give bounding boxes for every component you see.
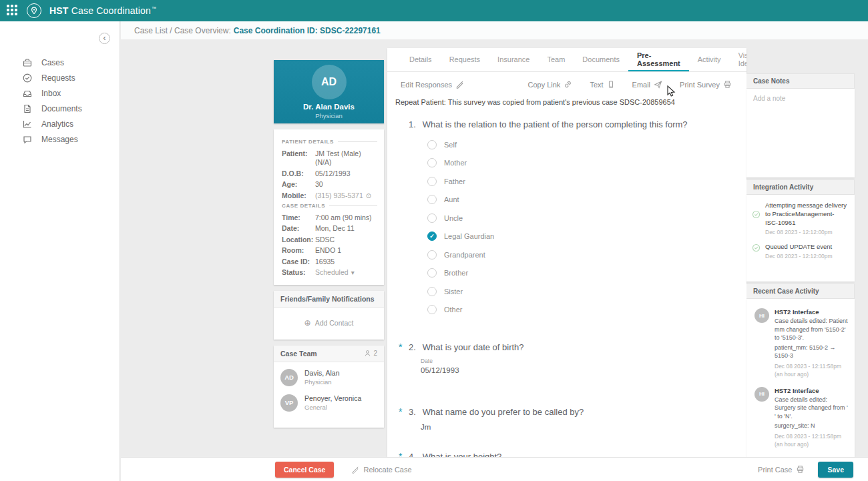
patient-details-title: PATIENT DETAILS bbox=[282, 139, 377, 145]
integration-activity-list: Attempting message delivery to PracticeM… bbox=[746, 195, 855, 282]
edit-responses-button[interactable]: Edit Responses bbox=[401, 80, 464, 89]
radio-icon[interactable] bbox=[427, 231, 437, 241]
sidebar-collapse-button[interactable]: ‹ bbox=[99, 33, 110, 44]
radio-icon[interactable] bbox=[427, 195, 437, 204]
email-button[interactable]: Email bbox=[632, 80, 663, 89]
sidebar-item-analytics[interactable]: Analytics bbox=[0, 116, 120, 131]
breadcrumb-prefix[interactable]: Case List / Case Overview: bbox=[134, 26, 231, 35]
print-case-button[interactable]: Print Case bbox=[758, 465, 805, 474]
radio-icon[interactable] bbox=[427, 213, 437, 223]
patient-avatar: AD bbox=[312, 65, 347, 99]
case-notes-panel: Case Notes bbox=[746, 73, 855, 177]
success-check-icon bbox=[752, 210, 761, 219]
save-button[interactable]: Save bbox=[818, 462, 853, 478]
case-details-title: CASE DETAILS bbox=[282, 203, 377, 209]
radio-icon[interactable] bbox=[427, 158, 437, 167]
tab[interactable]: Documents bbox=[574, 48, 628, 71]
integration-activity-title: Integration Activity bbox=[746, 179, 855, 195]
printer-icon bbox=[723, 80, 732, 89]
patient-role: Physician bbox=[274, 112, 384, 119]
team-member[interactable]: AD Davis, Alan Physician bbox=[280, 369, 377, 386]
radio-option[interactable]: Grandparent bbox=[427, 246, 746, 264]
detail-row: D.O.B: 05/12/1993 bbox=[282, 169, 377, 178]
main-panel: DetailsRequestsInsuranceTeamDocumentsPre… bbox=[387, 48, 746, 457]
details-card: PATIENT DETAILS Patient: JM Test (Male)(… bbox=[274, 129, 384, 285]
radio-option[interactable]: Legal Gaurdian bbox=[427, 227, 746, 246]
patient-column: AD Dr. Alan Davis Physician PATIENT DETA… bbox=[274, 60, 384, 434]
trademark: ™ bbox=[152, 6, 156, 11]
app-title: HST Case Coordination™ bbox=[49, 5, 156, 16]
detail-row: Case ID: 16935 bbox=[282, 258, 377, 266]
radio-option[interactable]: Sister bbox=[427, 282, 746, 301]
tab[interactable]: Requests bbox=[441, 48, 489, 71]
tab[interactable]: Visit Identifiers bbox=[730, 48, 746, 71]
detail-row: Age: 30 bbox=[282, 180, 377, 189]
radio-icon[interactable] bbox=[427, 177, 437, 186]
status-dropdown-caret[interactable]: ▾ bbox=[351, 268, 355, 277]
add-contact-button[interactable]: ⊕ Add Contact bbox=[274, 308, 384, 340]
case-note-input[interactable] bbox=[746, 89, 855, 177]
sidebar: ‹ Cases Requests Inbox Documents Analyti… bbox=[0, 21, 120, 481]
sidebar-item-inbox[interactable]: Inbox bbox=[0, 85, 120, 101]
team-member-list: AD Davis, Alan Physician VP Penoyer, Ver… bbox=[274, 362, 384, 428]
relocate-case-button[interactable]: Relocate Case bbox=[351, 466, 411, 474]
sidebar-item-documents[interactable]: Documents bbox=[0, 101, 120, 116]
app-menu-icon[interactable] bbox=[7, 5, 19, 17]
activity-item: HI HST2 Interface Case details edited: S… bbox=[754, 387, 849, 448]
tab[interactable]: Details bbox=[401, 48, 441, 71]
recent-activity-panel: Recent Case Activity HI HST2 Interface C… bbox=[746, 284, 855, 460]
detail-row: Room: ENDO 1 bbox=[282, 246, 377, 255]
radio-option[interactable]: Other bbox=[427, 301, 746, 320]
briefcase-icon bbox=[22, 57, 33, 68]
phone-icon bbox=[607, 80, 615, 89]
tab[interactable]: Pre-Assessment bbox=[628, 48, 689, 71]
sidebar-item-messages[interactable]: Messages bbox=[0, 131, 120, 147]
radio-icon[interactable] bbox=[427, 250, 437, 260]
radio-option[interactable]: Aunt bbox=[427, 191, 746, 209]
preferred-name-answer: Jm bbox=[421, 423, 746, 431]
radio-icon[interactable] bbox=[427, 287, 437, 296]
radio-option[interactable]: Mother bbox=[427, 154, 746, 173]
recent-activity-list: HI HST2 Interface Case details edited: P… bbox=[746, 299, 855, 460]
text-button[interactable]: Text bbox=[590, 80, 614, 89]
cancel-case-button[interactable]: Cancel Case bbox=[275, 462, 334, 478]
breadcrumb-current: Case Coordination ID: SDSC-22297161 bbox=[234, 26, 381, 35]
brand-name: HST bbox=[49, 5, 69, 16]
member-avatar: AD bbox=[280, 369, 298, 386]
team-member[interactable]: VP Penoyer, Veronica General bbox=[280, 394, 377, 412]
sidebar-nav: Cases Requests Inbox Documents Analytics… bbox=[0, 55, 120, 147]
question-number: 3. bbox=[409, 407, 416, 417]
radio-icon[interactable] bbox=[427, 140, 437, 149]
activity-avatar: HI bbox=[754, 308, 769, 323]
radio-option[interactable]: Brother bbox=[427, 264, 746, 283]
row-action-icon[interactable]: ⊙ bbox=[366, 191, 371, 200]
copy-link-button[interactable]: Copy Link bbox=[527, 80, 572, 89]
tab[interactable]: Insurance bbox=[489, 48, 538, 71]
radio-option[interactable]: Self bbox=[427, 135, 746, 154]
survey-toolbar: Edit Responses Copy Link Text Email Prin… bbox=[387, 72, 746, 91]
sidebar-item-requests[interactable]: Requests bbox=[0, 70, 120, 85]
integration-item: Queued UPDATE event Dec 08 2023 - 12:12:… bbox=[752, 242, 847, 260]
relation-options: Self Mother Father Aunt Uncle bbox=[427, 135, 746, 319]
tab[interactable]: Activity bbox=[689, 48, 730, 71]
radio-icon[interactable] bbox=[427, 268, 437, 278]
pencil-icon bbox=[455, 80, 464, 89]
print-survey-button[interactable]: Print Survey bbox=[680, 80, 732, 89]
case-team-title: Case Team bbox=[280, 350, 317, 358]
message-icon bbox=[22, 134, 33, 145]
check-circle-icon bbox=[22, 73, 33, 83]
radio-icon[interactable] bbox=[427, 305, 437, 314]
success-check-icon bbox=[752, 244, 761, 252]
tab[interactable]: Team bbox=[538, 48, 574, 71]
required-asterisk: * bbox=[399, 451, 402, 457]
radio-option[interactable]: Uncle bbox=[427, 209, 746, 227]
team-count: 2 bbox=[364, 350, 377, 357]
question-text: What is your height? bbox=[423, 452, 502, 457]
footer-action-bar: Cancel Case Relocate Case Print Case Sav… bbox=[121, 457, 868, 481]
detail-row: Patient: JM Test (Male)(N/A) bbox=[282, 149, 377, 167]
document-icon bbox=[22, 103, 33, 114]
radio-option[interactable]: Father bbox=[427, 172, 746, 191]
link-icon bbox=[564, 80, 572, 89]
sidebar-item-cases[interactable]: Cases bbox=[0, 55, 120, 70]
app-logo-icon bbox=[27, 3, 41, 18]
